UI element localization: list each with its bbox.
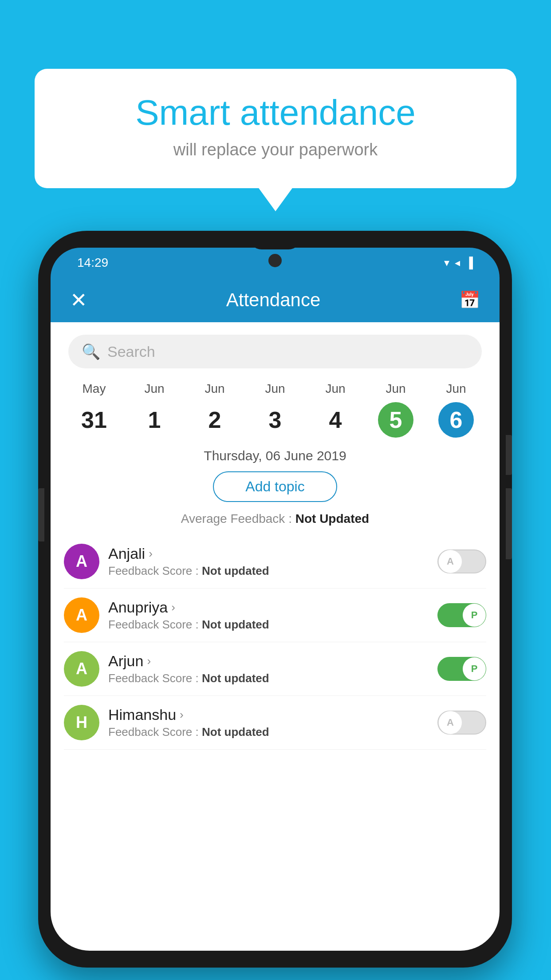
feedback-score: Feedback Score : Not updated [108, 725, 429, 739]
avg-feedback-label: Average Feedback : [181, 512, 295, 526]
avg-feedback-value: Not Updated [295, 512, 369, 526]
cal-day-6[interactable]: Jun6 [438, 382, 474, 438]
search-icon: 🔍 [82, 343, 100, 360]
app-bar-title: Attendance [226, 289, 321, 311]
cal-month: Jun [265, 382, 285, 396]
student-name: Arjun› [108, 652, 429, 670]
feedback-score: Feedback Score : Not updated [108, 618, 429, 632]
avg-feedback: Average Feedback : Not Updated [51, 512, 500, 526]
cal-month: Jun [386, 382, 405, 396]
student-info: Anupriya›Feedback Score : Not updated [108, 599, 429, 632]
student-list: AAnjali›Feedback Score : Not updatedAAAn… [51, 535, 500, 750]
cal-month: May [83, 382, 106, 396]
add-topic-button[interactable]: Add topic [213, 471, 337, 502]
cal-date: 31 [76, 402, 112, 438]
feedback-score: Feedback Score : Not updated [108, 564, 429, 578]
cal-month: Jun [325, 382, 345, 396]
search-placeholder: Search [107, 343, 155, 360]
toggle-knob: P [463, 604, 486, 627]
student-info: Anjali›Feedback Score : Not updated [108, 545, 429, 578]
student-item-1[interactable]: AAnupriya›Feedback Score : Not updatedP [64, 589, 486, 642]
cal-date: 6 [438, 402, 474, 438]
cal-date: 5 [378, 402, 413, 438]
bubble-subtitle: will replace your paperwork [61, 140, 490, 159]
signal-icon: ◂ [455, 257, 460, 269]
phone-notch [248, 231, 302, 249]
avatar: A [64, 544, 99, 579]
status-time: 14:29 [77, 256, 108, 270]
volume-button [38, 488, 44, 541]
cal-day-5[interactable]: Jun5 [378, 382, 413, 438]
attendance-toggle[interactable]: P [437, 657, 486, 681]
volume-button-right [506, 488, 512, 559]
student-info: Arjun›Feedback Score : Not updated [108, 652, 429, 685]
cal-day-3[interactable]: Jun3 [257, 382, 293, 438]
student-name: Anupriya› [108, 599, 429, 616]
battery-icon: ▐ [465, 257, 473, 269]
bubble-title: Smart attendance [61, 93, 490, 132]
student-name: Anjali› [108, 545, 429, 562]
calendar-strip: May31Jun1Jun2Jun3Jun4Jun5Jun6 [51, 377, 500, 438]
content-area: 🔍 Search May31Jun1Jun2Jun3Jun4Jun5Jun6 T… [51, 322, 500, 951]
cal-day-0[interactable]: May31 [76, 382, 112, 438]
cal-day-4[interactable]: Jun4 [318, 382, 353, 438]
cal-month: Jun [446, 382, 466, 396]
attendance-toggle[interactable]: P [437, 603, 486, 627]
close-button[interactable]: ✕ [70, 288, 87, 312]
selected-date-label: Thursday, 06 June 2019 [51, 448, 500, 463]
feedback-score: Feedback Score : Not updated [108, 672, 429, 685]
cal-date: 3 [257, 402, 293, 438]
cal-month: Jun [144, 382, 164, 396]
attendance-toggle[interactable]: A [437, 549, 486, 573]
calendar-icon[interactable]: 📅 [459, 290, 480, 310]
student-info: Himanshu›Feedback Score : Not updated [108, 706, 429, 739]
app-bar: ✕ Attendance 📅 [51, 278, 500, 322]
student-item-2[interactable]: AArjun›Feedback Score : Not updatedP [64, 642, 486, 696]
camera-lens [268, 254, 282, 267]
cal-date: 1 [137, 402, 172, 438]
toggle-knob: A [439, 550, 462, 573]
power-button [506, 435, 512, 475]
phone-wrapper: 14:29 ▾ ◂ ▐ ✕ Attendance 📅 🔍 Search May3… [38, 231, 512, 968]
cal-day-1[interactable]: Jun1 [137, 382, 172, 438]
toggle-knob: P [463, 657, 486, 680]
cal-date: 4 [318, 402, 353, 438]
search-bar[interactable]: 🔍 Search [68, 335, 482, 368]
speech-bubble: Smart attendance will replace your paper… [35, 69, 516, 188]
student-item-0[interactable]: AAnjali›Feedback Score : Not updatedA [64, 535, 486, 589]
status-icons: ▾ ◂ ▐ [444, 257, 473, 269]
wifi-icon: ▾ [444, 257, 449, 269]
cal-date: 2 [197, 402, 232, 438]
cal-day-2[interactable]: Jun2 [197, 382, 232, 438]
avatar: A [64, 597, 99, 633]
student-item-3[interactable]: HHimanshu›Feedback Score : Not updatedA [64, 696, 486, 750]
cal-month: Jun [205, 382, 224, 396]
student-name: Himanshu› [108, 706, 429, 723]
avatar: A [64, 651, 99, 687]
toggle-knob: A [439, 711, 462, 734]
avatar: H [64, 705, 99, 740]
attendance-toggle[interactable]: A [437, 711, 486, 735]
